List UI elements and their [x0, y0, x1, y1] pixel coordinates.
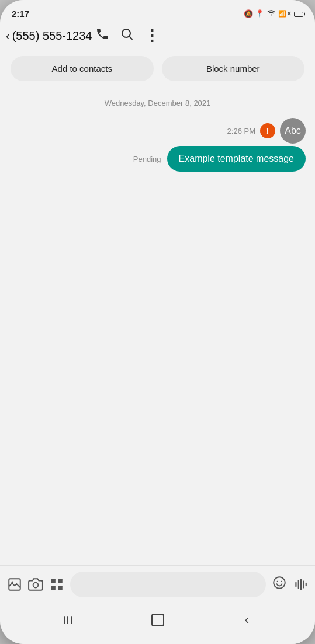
- home-button[interactable]: [146, 608, 169, 632]
- message-bubble-row: Pending Example template message: [133, 146, 306, 172]
- avatar: Abc: [280, 118, 306, 144]
- battery-icon: [294, 9, 303, 18]
- top-actions: ⋮: [95, 27, 160, 44]
- gallery-icon[interactable]: [7, 577, 22, 592]
- svg-point-9: [277, 581, 278, 582]
- add-to-contacts-button[interactable]: Add to contacts: [11, 56, 154, 81]
- back-chevron-icon: ‹: [6, 29, 10, 43]
- phone-frame: 2:17 🔕 📍 📶✕ ‹ (555) 555-1234: [0, 0, 315, 644]
- apps-icon[interactable]: [49, 577, 64, 592]
- location-icon: 📍: [255, 9, 264, 18]
- status-time: 2:17: [12, 9, 29, 19]
- svg-rect-6: [51, 586, 56, 590]
- warning-icon[interactable]: !: [260, 123, 275, 138]
- svg-rect-14: [303, 581, 304, 589]
- call-icon[interactable]: [95, 27, 109, 44]
- status-bar: 2:17 🔕 📍 📶✕: [0, 0, 315, 23]
- svg-rect-15: [306, 583, 307, 587]
- top-bar: ‹ (555) 555-1234 ⋮: [0, 23, 315, 50]
- signal-icon: 📶✕: [278, 10, 292, 18]
- recent-apps-button[interactable]: [57, 608, 80, 632]
- emoji-icon[interactable]: [272, 575, 287, 594]
- svg-rect-18: [71, 616, 72, 624]
- svg-rect-16: [64, 616, 65, 624]
- bottom-bar: [0, 565, 315, 602]
- back-nav-button[interactable]: ‹: [236, 608, 259, 632]
- mute-icon: 🔕: [244, 9, 253, 18]
- message-time: 2:26 PM: [227, 127, 255, 135]
- chat-area: Wednesday, December 8, 2021 2:26 PM ! Ab…: [0, 87, 315, 565]
- search-icon[interactable]: [120, 27, 134, 44]
- wifi-icon: [266, 9, 276, 18]
- svg-rect-11: [295, 582, 296, 587]
- action-buttons: Add to contacts Block number: [0, 50, 315, 87]
- svg-rect-17: [67, 616, 68, 624]
- block-number-button[interactable]: Block number: [162, 56, 305, 81]
- svg-point-3: [33, 583, 39, 588]
- more-options-icon[interactable]: ⋮: [144, 28, 160, 43]
- pending-label: Pending: [133, 155, 161, 163]
- message-input[interactable]: [70, 572, 266, 597]
- svg-point-8: [274, 577, 285, 589]
- phone-number: (555) 555-1234: [12, 29, 92, 43]
- status-icons: 🔕 📍 📶✕: [244, 9, 303, 18]
- message-meta: 2:26 PM ! Abc: [227, 118, 306, 144]
- svg-rect-4: [51, 579, 56, 583]
- svg-rect-7: [58, 586, 63, 590]
- svg-rect-13: [300, 579, 302, 590]
- back-button[interactable]: ‹ (555) 555-1234: [6, 29, 92, 43]
- svg-point-10: [281, 581, 282, 582]
- camera-icon[interactable]: [28, 577, 43, 592]
- date-separator: Wednesday, December 8, 2021: [9, 99, 306, 107]
- nav-bar: ‹: [0, 602, 315, 644]
- svg-rect-5: [58, 579, 63, 583]
- message-row: 2:26 PM ! Abc Pending Example template m…: [9, 118, 306, 172]
- message-bubble: Example template message: [167, 146, 306, 172]
- voice-icon[interactable]: [293, 577, 308, 592]
- svg-rect-12: [298, 580, 299, 589]
